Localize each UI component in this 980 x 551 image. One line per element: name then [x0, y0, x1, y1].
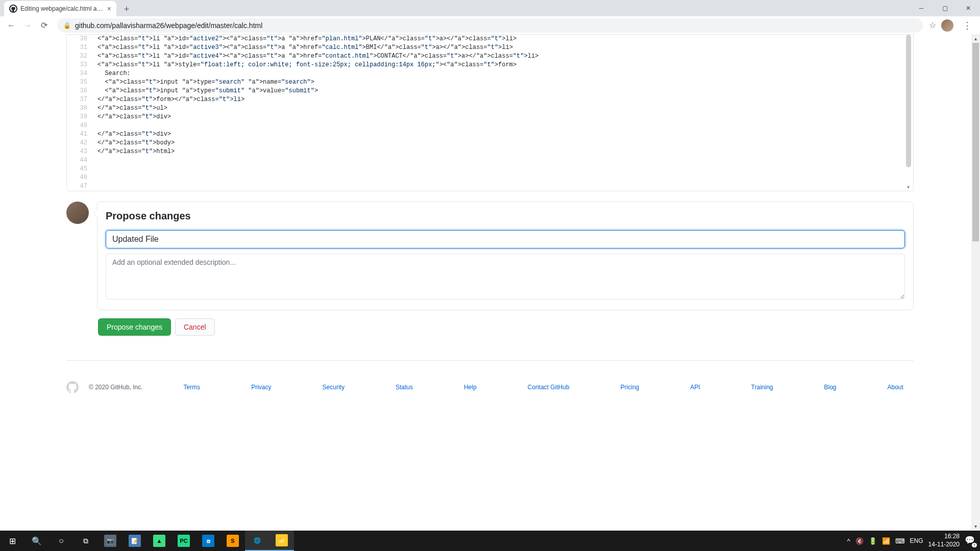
- footer-link[interactable]: Security: [323, 384, 345, 391]
- footer-link[interactable]: About: [888, 384, 903, 391]
- scroll-up-icon[interactable]: ▴: [971, 34, 980, 43]
- propose-heading: Propose changes: [106, 210, 905, 222]
- footer-link[interactable]: Pricing: [621, 384, 640, 391]
- tab-bar: Editing webpage/calc.html at ma × + ─ ▢ …: [0, 0, 980, 16]
- cancel-button[interactable]: Cancel: [175, 318, 215, 336]
- editor-scrollbar-thumb[interactable]: [906, 35, 911, 167]
- code-editor[interactable]: 30<"a">class="t">li "a">id="active2"><"a…: [66, 34, 914, 191]
- scroll-down-icon[interactable]: ▾: [971, 522, 980, 531]
- browser-tab[interactable]: Editing webpage/calc.html at ma ×: [4, 1, 116, 16]
- page-scrollbar[interactable]: ▴ ▾: [971, 34, 980, 531]
- propose-changes-section: Propose changes: [66, 202, 914, 310]
- commit-description-input[interactable]: [106, 254, 905, 299]
- code-line[interactable]: 30<"a">class="t">li "a">id="active2"><"a…: [67, 35, 913, 43]
- page-footer: © 2020 GitHub, Inc. TermsPrivacySecurity…: [66, 360, 914, 414]
- footer-link[interactable]: Status: [396, 384, 413, 391]
- footer-link[interactable]: Help: [464, 384, 477, 391]
- profile-avatar-icon[interactable]: [941, 19, 953, 32]
- forward-button[interactable]: →: [20, 18, 35, 33]
- back-button[interactable]: ←: [4, 18, 18, 33]
- code-line[interactable]: 39</"a">class="t">div>: [67, 113, 913, 121]
- code-line[interactable]: 33<"a">class="t">li "a">style="float:lef…: [67, 61, 913, 69]
- code-line[interactable]: 41</"a">class="t">div>: [67, 130, 913, 139]
- editor-scroll-down-icon[interactable]: ▾: [904, 183, 912, 191]
- window-controls: ─ ▢ ✕: [910, 0, 980, 16]
- code-line[interactable]: 38</"a">class="t">ul>: [67, 104, 913, 113]
- github-logo-icon[interactable]: [66, 381, 79, 393]
- footer-link[interactable]: API: [690, 384, 700, 391]
- footer-link[interactable]: Training: [751, 384, 773, 391]
- address-bar: ← → ⟳ 🔒 github.com/pallavisharma26/webpa…: [0, 16, 980, 34]
- editor-scrollbar[interactable]: ▾: [906, 35, 912, 191]
- user-avatar[interactable]: [66, 202, 89, 224]
- code-line[interactable]: 40: [67, 121, 913, 130]
- footer-link[interactable]: Terms: [184, 384, 201, 391]
- new-tab-button[interactable]: +: [119, 2, 134, 16]
- footer-link[interactable]: Blog: [824, 384, 837, 391]
- browser-menu-icon[interactable]: ⋮: [959, 20, 976, 31]
- code-line[interactable]: 43</"a">class="t">html>: [67, 147, 913, 156]
- propose-changes-button[interactable]: Propose changes: [98, 318, 171, 336]
- page-scrollbar-thumb[interactable]: [972, 43, 979, 241]
- commit-summary-input[interactable]: [106, 230, 905, 248]
- code-line[interactable]: 44: [67, 156, 913, 165]
- action-buttons: Propose changes Cancel: [98, 318, 914, 336]
- minimize-button[interactable]: ─: [910, 0, 933, 16]
- code-line[interactable]: 42</"a">class="t">body>: [67, 139, 913, 147]
- copyright-text: © 2020 GitHub, Inc.: [89, 384, 143, 391]
- maximize-button[interactable]: ▢: [933, 0, 957, 16]
- footer-link[interactable]: Privacy: [251, 384, 271, 391]
- page-content: 30<"a">class="t">li "a">id="active2"><"a…: [0, 34, 980, 531]
- url-text: github.com/pallavisharma26/webpage/edit/…: [75, 21, 262, 30]
- code-line[interactable]: 36 <"a">class="t">input "a">type="submit…: [67, 87, 913, 95]
- lock-icon: 🔒: [63, 22, 71, 29]
- code-line[interactable]: 32<"a">class="t">li "a">id="active4"><"a…: [67, 52, 913, 61]
- code-line[interactable]: 46: [67, 173, 913, 182]
- code-line[interactable]: 37</"a">class="t">form></"a">class="t">l…: [67, 95, 913, 104]
- bookmark-star-icon[interactable]: ☆: [929, 20, 936, 30]
- code-line[interactable]: 35 <"a">class="t">input "a">type="search…: [67, 78, 913, 87]
- footer-link[interactable]: Contact GitHub: [528, 384, 570, 391]
- propose-changes-box: Propose changes: [97, 202, 914, 310]
- tab-title: Editing webpage/calc.html at ma: [20, 5, 104, 12]
- url-bar[interactable]: 🔒 github.com/pallavisharma26/webpage/edi…: [57, 18, 923, 33]
- code-line[interactable]: 47: [67, 182, 913, 191]
- tab-close-icon[interactable]: ×: [107, 5, 111, 13]
- github-favicon: [9, 5, 17, 13]
- code-line[interactable]: 34 Search:: [67, 69, 913, 78]
- reload-button[interactable]: ⟳: [37, 18, 51, 33]
- code-line[interactable]: 31<"a">class="t">li "a">id="active3"><"a…: [67, 43, 913, 52]
- close-window-button[interactable]: ✕: [957, 0, 980, 16]
- code-line[interactable]: 45: [67, 165, 913, 173]
- browser-chrome: Editing webpage/calc.html at ma × + ─ ▢ …: [0, 0, 980, 34]
